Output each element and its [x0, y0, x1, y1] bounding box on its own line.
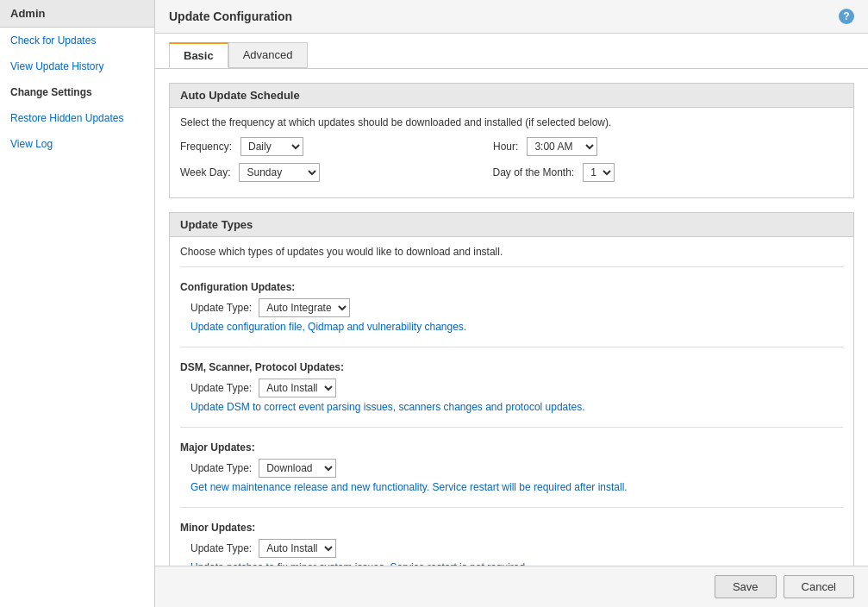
- week-day-select[interactable]: Sunday Monday Tuesday Wednesday Thursday…: [239, 163, 320, 182]
- major-type-label: Update Type:: [190, 462, 252, 474]
- sidebar-item-check-updates[interactable]: Check for Updates: [0, 28, 154, 53]
- dsm-updates-title: DSM, Scanner, Protocol Updates:: [180, 361, 843, 373]
- update-types-section: Update Types Choose which types of updat…: [169, 212, 854, 566]
- frequency-hour-row: Frequency: Daily Weekly Monthly Hour: 3:…: [180, 137, 843, 156]
- day-of-month-group: Day of the Month: 12345: [492, 163, 615, 182]
- page-title: Update Configuration: [169, 9, 292, 23]
- update-types-description: Choose which types of updates you would …: [180, 246, 843, 258]
- hour-group: Hour: 3:00 AM 12:00 AM 6:00 AM 12:00 PM …: [493, 137, 597, 156]
- tabs-area: Basic Advanced: [155, 34, 868, 69]
- config-updates-desc: Update configuration file, Qidmap and vu…: [180, 321, 843, 333]
- major-updates-desc: Get new maintenance release and new func…: [180, 481, 843, 493]
- major-updates-row: Update Type: Download Auto Install Disab…: [180, 459, 843, 478]
- tab-basic[interactable]: Basic: [169, 42, 228, 68]
- auto-update-schedule-header: Auto Update Schedule: [170, 84, 853, 108]
- cancel-button[interactable]: Cancel: [784, 575, 854, 598]
- sidebar-item-restore-hidden[interactable]: Restore Hidden Updates: [0, 105, 154, 131]
- footer: Save Cancel: [155, 566, 868, 607]
- major-updates-title: Major Updates:: [180, 441, 843, 454]
- weekday-dom-row: Week Day: Sunday Monday Tuesday Wednesda…: [180, 163, 843, 182]
- sidebar: Admin Check for Updates View Update Hist…: [0, 0, 155, 607]
- divider-2: [180, 347, 843, 347]
- dsm-type-label: Update Type:: [190, 382, 252, 394]
- hour-label: Hour:: [493, 141, 518, 153]
- update-types-body: Choose which types of updates you would …: [170, 237, 853, 566]
- minor-updates-title: Minor Updates:: [180, 522, 843, 534]
- help-icon[interactable]: ?: [839, 9, 854, 24]
- config-type-label: Update Type:: [190, 302, 252, 314]
- auto-update-schedule-body: Select the frequency at which updates sh…: [170, 108, 853, 197]
- minor-type-select[interactable]: Auto Install Download Disable: [259, 539, 336, 558]
- content-body: Auto Update Schedule Select the frequenc…: [155, 69, 868, 566]
- sidebar-header: Admin: [0, 0, 154, 28]
- major-updates-section: Major Updates: Update Type: Download Aut…: [180, 435, 843, 500]
- week-day-label: Week Day:: [180, 166, 230, 178]
- config-type-select[interactable]: Auto Integrate Download Disable: [259, 298, 350, 317]
- major-type-select[interactable]: Download Auto Install Disable: [259, 459, 336, 478]
- auto-update-schedule-description: Select the frequency at which updates sh…: [180, 116, 843, 128]
- tabs: Basic Advanced: [169, 42, 854, 68]
- divider-1: [180, 266, 843, 267]
- sidebar-item-view-history[interactable]: View Update History: [0, 53, 154, 79]
- sidebar-item-change-settings[interactable]: Change Settings: [0, 79, 154, 105]
- frequency-label: Frequency:: [180, 141, 232, 153]
- hour-select[interactable]: 3:00 AM 12:00 AM 6:00 AM 12:00 PM 6:00 P…: [527, 137, 597, 156]
- minor-updates-section: Minor Updates: Update Type: Auto Install…: [180, 515, 843, 566]
- divider-4: [180, 507, 843, 508]
- sidebar-item-view-log[interactable]: View Log: [0, 131, 154, 157]
- weekday-group: Week Day: Sunday Monday Tuesday Wednesda…: [180, 163, 320, 182]
- frequency-select[interactable]: Daily Weekly Monthly: [240, 137, 303, 156]
- config-updates-section: Configuration Updates: Update Type: Auto…: [180, 274, 843, 340]
- divider-3: [180, 427, 843, 428]
- config-updates-title: Configuration Updates:: [180, 281, 843, 293]
- auto-update-schedule-section: Auto Update Schedule Select the frequenc…: [169, 83, 854, 198]
- dsm-updates-desc: Update DSM to correct event parsing issu…: [180, 401, 843, 413]
- config-updates-row: Update Type: Auto Integrate Download Dis…: [180, 298, 843, 317]
- tab-advanced[interactable]: Advanced: [228, 42, 308, 68]
- day-of-month-label: Day of the Month:: [492, 166, 574, 178]
- dsm-type-select[interactable]: Auto Install Download Disable: [259, 379, 336, 397]
- main-content: Update Configuration ? Basic Advanced Au…: [155, 0, 868, 607]
- day-of-month-select[interactable]: 12345: [583, 163, 615, 182]
- dsm-updates-row: Update Type: Auto Install Download Disab…: [180, 379, 843, 397]
- update-types-header: Update Types: [170, 213, 853, 237]
- minor-updates-row: Update Type: Auto Install Download Disab…: [180, 539, 843, 558]
- minor-type-label: Update Type:: [190, 542, 252, 554]
- content-header: Update Configuration ?: [155, 0, 868, 34]
- dsm-updates-section: DSM, Scanner, Protocol Updates: Update T…: [180, 354, 843, 420]
- save-button[interactable]: Save: [715, 575, 777, 598]
- frequency-group: Frequency: Daily Weekly Monthly: [180, 137, 303, 156]
